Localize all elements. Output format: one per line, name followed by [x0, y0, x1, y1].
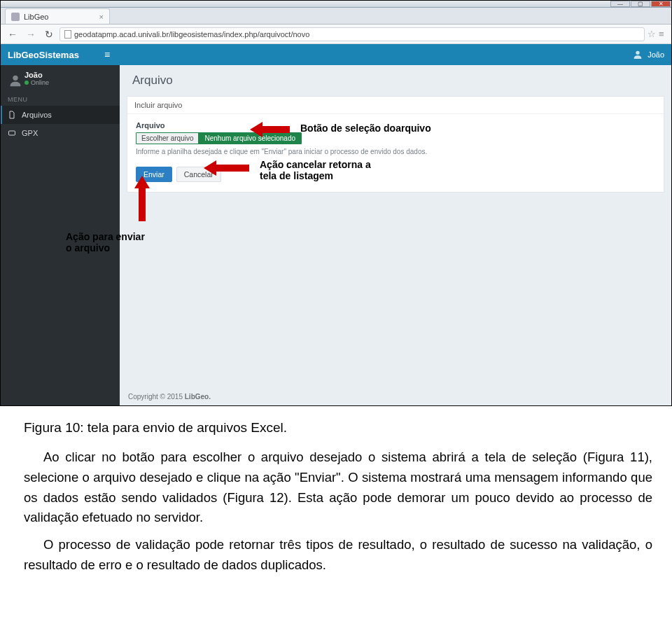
field-label-arquivo: Arquivo: [136, 121, 655, 130]
sidebar-item-label: Arquivos: [22, 111, 52, 119]
sidebar-avatar-icon: [8, 73, 19, 84]
sidebar-item-label: GPX: [22, 129, 38, 137]
os-minimize-button[interactable]: —: [610, 1, 630, 7]
submit-button[interactable]: Enviar: [136, 167, 172, 182]
app-body: João Online MENU Arquivos GPX Arquivo In…: [1, 65, 671, 405]
doc-paragraph-1: Ao clicar no botão para escolher o arqui…: [24, 447, 652, 528]
page-title: Arquivo: [120, 65, 671, 90]
sidebar-item-arquivos[interactable]: Arquivos: [1, 106, 120, 124]
os-titlebar: — ▢ ✕: [1, 1, 671, 8]
footer: Copyright © 2015 LibGeo.: [120, 388, 671, 405]
header-avatar-icon: [632, 49, 643, 60]
address-bar[interactable]: geodatapmp.acad.univali.br/libgeosistema…: [59, 27, 645, 41]
url-text: geodatapmp.acad.univali.br/libgeosistema…: [74, 30, 309, 39]
sidebar-menu-title: MENU: [1, 92, 120, 106]
choose-file-button[interactable]: Escolher arquivo: [136, 133, 199, 144]
browser-menu-icon[interactable]: ≡: [659, 29, 667, 39]
file-upload-control[interactable]: Escolher arquivo Nenhum arquivo selecion…: [136, 132, 302, 144]
gpx-icon: [8, 129, 16, 137]
file-icon: [8, 111, 16, 119]
app-header: LibGeoSistemas ≡ João: [1, 44, 671, 65]
sidebar-user-status: Online: [24, 79, 49, 86]
form-help-text: Informe a planilha desejada e clique em …: [136, 148, 655, 155]
content-area: Arquivo Incluir arquivo Arquivo Escolher…: [120, 65, 671, 405]
sidebar-toggle-icon[interactable]: ≡: [104, 49, 110, 60]
sidebar-username: João: [24, 71, 49, 79]
bookmark-star-icon[interactable]: ☆: [648, 29, 656, 39]
browser-tab-active[interactable]: LibGeo ×: [5, 8, 110, 24]
browser-tabstrip: LibGeo ×: [1, 8, 671, 25]
document-body: Figura 10: tela para envio de arquivos E…: [0, 406, 672, 600]
svg-point-0: [636, 51, 639, 55]
page-icon: [64, 30, 71, 39]
browser-toolbar: ← → ↻ geodatapmp.acad.univali.br/libgeos…: [1, 25, 671, 44]
panel-heading: Incluir arquivo: [127, 97, 664, 114]
favicon-icon: [11, 13, 20, 21]
nav-forward-button[interactable]: →: [23, 27, 38, 42]
doc-paragraph-2: O processo de validação pode retornar tr…: [24, 535, 652, 575]
sidebar-user-block: João Online: [1, 65, 120, 92]
svg-rect-2: [9, 131, 15, 135]
browser-tab-title: LibGeo: [24, 13, 48, 21]
cancel-button[interactable]: Cancelar: [176, 167, 221, 182]
os-maximize-button[interactable]: ▢: [631, 1, 650, 7]
tab-close-icon[interactable]: ×: [99, 13, 104, 21]
no-file-selected-text: Nenhum arquivo selecionado: [199, 133, 301, 144]
app-brand: LibGeoSistemas: [8, 50, 79, 60]
nav-back-button[interactable]: ←: [5, 27, 20, 42]
nav-reload-button[interactable]: ↻: [41, 27, 57, 42]
figure-caption: Figura 10: tela para envio de arquivos E…: [24, 417, 652, 438]
online-dot-icon: [24, 81, 29, 85]
sidebar-item-gpx[interactable]: GPX: [1, 124, 120, 142]
form-panel: Incluir arquivo Arquivo Escolher arquivo…: [127, 96, 664, 193]
screenshot-frame: — ▢ ✕ LibGeo × ← → ↻ geodatapmp.acad.uni…: [0, 0, 672, 406]
svg-point-1: [13, 76, 18, 81]
sidebar: João Online MENU Arquivos GPX: [1, 65, 120, 405]
header-username[interactable]: João: [648, 50, 664, 59]
os-close-button[interactable]: ✕: [651, 1, 671, 7]
